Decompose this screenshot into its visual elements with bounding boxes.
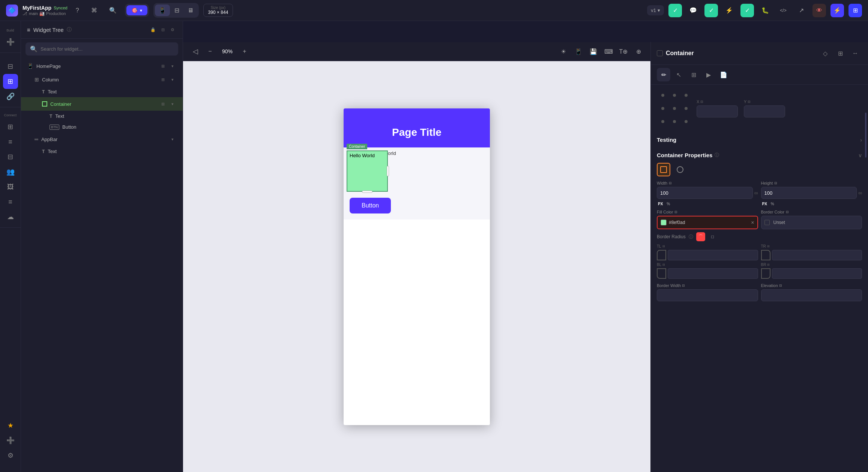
cmd-button[interactable]: ⌘ bbox=[87, 5, 101, 16]
tree-item-text3[interactable]: T Text bbox=[21, 146, 183, 157]
comment-button[interactable]: 💬 bbox=[686, 4, 700, 17]
elevation-input[interactable] bbox=[761, 289, 862, 301]
y-input[interactable] bbox=[744, 105, 785, 117]
more-icon[interactable]: ▾ bbox=[168, 62, 177, 70]
align-bc[interactable] bbox=[668, 116, 680, 128]
desktop-view-button[interactable]: 🖥 bbox=[184, 5, 197, 16]
fill-color-input[interactable]: #8ef0ad × bbox=[657, 216, 758, 229]
expand-button[interactable]: ⊞ bbox=[848, 4, 862, 17]
settings-tree-icon[interactable]: ⚙ bbox=[168, 26, 177, 34]
lock-icon[interactable]: 🔒 bbox=[149, 26, 157, 34]
border-radius-info[interactable]: ⓘ bbox=[689, 234, 693, 240]
lightning-button[interactable]: ⚡ bbox=[722, 4, 736, 17]
component-checkbox[interactable] bbox=[657, 50, 663, 56]
builder-mode-button[interactable]: 🎯 ▾ bbox=[126, 5, 147, 15]
columns-icon[interactable]: ⊟ bbox=[159, 26, 167, 34]
tree-item-text1[interactable]: T Text bbox=[21, 86, 183, 97]
align-mr[interactable] bbox=[680, 102, 692, 114]
resize-handle-bottom[interactable] bbox=[362, 191, 372, 193]
width-px-btn[interactable]: PX bbox=[657, 201, 664, 207]
favorites-button[interactable]: ★ bbox=[3, 418, 18, 433]
scrollbar[interactable] bbox=[865, 113, 866, 158]
tab-grid[interactable]: ⊞ bbox=[687, 68, 700, 81]
tl-input[interactable] bbox=[668, 250, 758, 260]
help-button[interactable]: ? bbox=[72, 5, 83, 16]
tree-item-column[interactable]: ⊞ Column ⊞ ▾ bbox=[21, 73, 183, 86]
check3-icon-btn[interactable]: ✓ bbox=[740, 4, 754, 17]
database-button[interactable]: ⊞ bbox=[3, 119, 18, 134]
add-page-button[interactable]: ➕ bbox=[3, 433, 18, 448]
container-props-section-header[interactable]: Container Properties ⓘ ∨ bbox=[651, 147, 868, 163]
tr-input[interactable] bbox=[772, 250, 862, 260]
border-radius-corner-btn[interactable]: ⌒ bbox=[696, 232, 705, 241]
settings-button[interactable]: ⚙ bbox=[3, 448, 18, 463]
bug-button[interactable]: 🐛 bbox=[758, 4, 772, 17]
widget-search-bar[interactable]: 🔍 bbox=[26, 42, 178, 56]
version-button[interactable]: v1 ▾ bbox=[647, 5, 664, 15]
zoom-in-button[interactable]: + bbox=[239, 46, 250, 57]
check-icon-btn[interactable]: ✓ bbox=[668, 4, 682, 17]
align-ml[interactable] bbox=[657, 102, 669, 114]
collapse-panel-button[interactable]: ◁ bbox=[189, 45, 202, 58]
keyboard-tool-button[interactable]: ⌨ bbox=[602, 45, 614, 57]
fill-color-clear-button[interactable]: × bbox=[751, 219, 754, 225]
panel-tab-diamond[interactable]: ◇ bbox=[818, 47, 832, 60]
users-button[interactable]: 👥 bbox=[3, 164, 18, 179]
height-px-btn[interactable]: PX bbox=[761, 201, 768, 207]
button-widget[interactable]: Button bbox=[350, 198, 391, 213]
shape-square-button[interactable] bbox=[657, 163, 670, 176]
container-box[interactable]: Hello World bbox=[347, 150, 388, 192]
container-widget[interactable]: Container orld Hello World bbox=[347, 150, 388, 192]
code-button[interactable]: </> bbox=[776, 4, 790, 17]
mobile-tool-button[interactable]: 📱 bbox=[572, 45, 584, 57]
eye-button[interactable]: 👁 bbox=[812, 4, 826, 17]
resize-handle-right[interactable] bbox=[387, 166, 389, 176]
align-tr[interactable] bbox=[680, 89, 692, 101]
border-color-unset-checkbox[interactable] bbox=[764, 220, 770, 225]
search-input[interactable] bbox=[41, 46, 174, 52]
more-appbar-icon[interactable]: ▾ bbox=[168, 135, 177, 143]
search-button[interactable]: 🔍 bbox=[105, 5, 120, 16]
sun-tool-button[interactable]: ☀ bbox=[557, 45, 569, 57]
tree-item-text2[interactable]: T Text bbox=[21, 111, 183, 122]
tab-cursor[interactable]: ↖ bbox=[672, 68, 685, 81]
width-input[interactable] bbox=[657, 187, 753, 199]
tablet-view-button[interactable]: ⊟ bbox=[171, 5, 183, 16]
shape-circle-button[interactable] bbox=[673, 163, 687, 176]
list-button[interactable]: ≡ bbox=[3, 194, 18, 209]
transform-tool-button[interactable]: ⊕ bbox=[632, 45, 644, 57]
width-pct-btn[interactable]: % bbox=[665, 201, 671, 207]
more-container-icon[interactable]: ▾ bbox=[168, 100, 177, 108]
bl-input[interactable] bbox=[668, 268, 758, 279]
fill-color-swatch[interactable] bbox=[661, 219, 667, 225]
align-tc[interactable] bbox=[668, 89, 680, 101]
tree-item-appbar[interactable]: ═ AppBar ▾ bbox=[21, 132, 183, 146]
border-radius-all-btn[interactable]: □ bbox=[708, 232, 717, 241]
panel-tab-plus[interactable]: ⊞ bbox=[833, 47, 847, 60]
external-link-button[interactable]: ↗ bbox=[794, 4, 808, 17]
align-br[interactable] bbox=[680, 116, 692, 128]
add-child-container-icon[interactable]: ⊞ bbox=[159, 100, 167, 108]
cloud-button[interactable]: ☁ bbox=[3, 209, 18, 224]
add-child-col-icon[interactable]: ⊞ bbox=[159, 75, 167, 84]
align-tl[interactable] bbox=[657, 89, 669, 101]
tree-item-button[interactable]: BTN Button bbox=[21, 122, 183, 132]
border-color-input[interactable]: Unset bbox=[761, 216, 862, 229]
tree-item-homepage[interactable]: 📱 HomePage ⊞ ▾ bbox=[21, 59, 183, 73]
align-mc[interactable] bbox=[668, 102, 680, 114]
br-input[interactable] bbox=[772, 268, 862, 279]
align-bl[interactable] bbox=[657, 116, 669, 128]
add-child-icon[interactable]: ⊞ bbox=[159, 62, 167, 70]
thunder-button[interactable]: ⚡ bbox=[830, 4, 844, 17]
connect-button[interactable]: 🔗 bbox=[3, 89, 18, 104]
border-width-input[interactable] bbox=[657, 289, 758, 301]
testing-section-header[interactable]: Testing › bbox=[651, 132, 868, 147]
widgets-button[interactable]: ⊞ bbox=[3, 74, 18, 89]
tab-wand[interactable]: ✏ bbox=[657, 68, 670, 81]
more-col-icon[interactable]: ▾ bbox=[168, 75, 177, 84]
container-props-info[interactable]: ⓘ bbox=[715, 152, 719, 158]
panel-tab-arrows[interactable]: ↔ bbox=[848, 47, 862, 60]
add-widget-button[interactable]: ➕ bbox=[3, 35, 18, 50]
images-button[interactable]: 🖼 bbox=[3, 179, 18, 194]
tab-doc[interactable]: 📄 bbox=[717, 68, 730, 81]
